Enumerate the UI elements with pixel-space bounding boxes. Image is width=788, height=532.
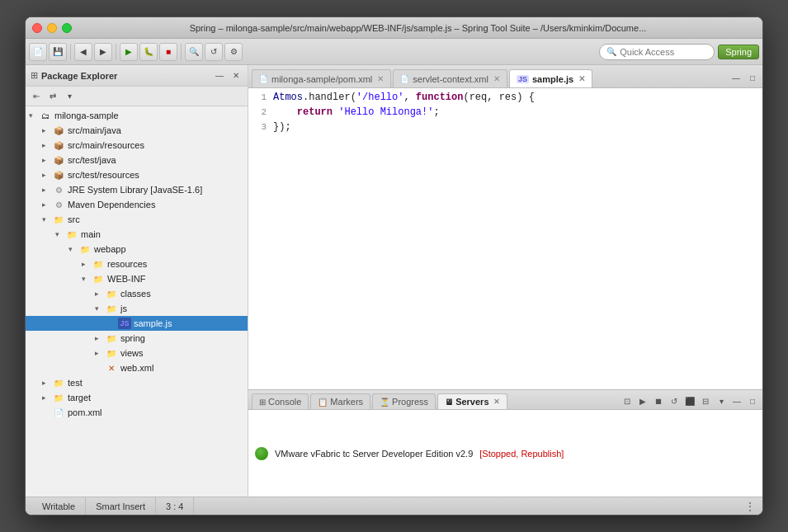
minimize-button[interactable] (47, 23, 57, 33)
quick-access-box[interactable]: 🔍 (599, 44, 715, 60)
tree-label: src/test/resources (68, 170, 139, 180)
close-button[interactable] (32, 23, 42, 33)
maximize-panel-button[interactable]: □ (746, 394, 759, 407)
tree-arrow: ▾ (55, 230, 65, 238)
js-tab-icon: JS (517, 75, 529, 83)
tree-item-src-test-resources[interactable]: ▸ 📦 src/test/resources (26, 167, 248, 182)
tab-progress[interactable]: ⏳ Progress (372, 393, 436, 409)
editor-tabs-right: — □ (729, 71, 759, 87)
xml-tab-icon: 📄 (259, 75, 268, 83)
tree-item-src-main-resources[interactable]: ▸ 📦 src/main/resources (26, 138, 248, 153)
folder-icon: 📁 (92, 258, 105, 270)
tree-item-webapp[interactable]: ▾ 📁 webapp (26, 242, 248, 257)
tree-item-main[interactable]: ▾ 📁 main (26, 227, 248, 242)
tree-item-test[interactable]: ▸ 📁 test (26, 375, 248, 390)
servers-toolbar-btn3[interactable]: ⏹ (652, 394, 665, 407)
collapse-all-button[interactable]: ⇤ (29, 89, 44, 104)
tree-item-jre[interactable]: ▸ ⚙ JRE System Library [JavaSE-1.6] (26, 182, 248, 197)
tree-item-spring[interactable]: ▸ 📁 spring (26, 331, 248, 346)
run-button[interactable]: ▶ (120, 43, 138, 61)
tree-item-maven[interactable]: ▸ ⚙ Maven Dependencies (26, 197, 248, 212)
tree-label: main (81, 229, 101, 239)
tab-label: sample.js (532, 74, 573, 84)
tree-item-milonga-sample[interactable]: ▾ 🗂 milonga-sample (26, 108, 248, 123)
panel-menu-button[interactable]: ▾ (62, 89, 77, 104)
servers-toolbar-btn4[interactable]: ↺ (668, 394, 681, 407)
tab-label: milonga-sample/pom.xml (271, 74, 372, 84)
main-area: ⊞ Package Explorer — ✕ ⇤ ⇄ ▾ ▾ 🗂 milonga… (26, 65, 762, 497)
tree-label: test (68, 378, 83, 388)
main-toolbar: 📄 💾 ◀ ▶ ▶ 🐛 ■ 🔍 ↺ ⚙ 🔍 Spring (26, 39, 762, 65)
tab-sample-js[interactable]: JS sample.js ✕ (509, 69, 592, 87)
project-icon: 🗂 (39, 110, 52, 121)
tree-label: sample.js (134, 318, 172, 328)
tree-item-src[interactable]: ▾ 📁 src (26, 212, 248, 227)
js-file-icon: JS (118, 318, 131, 329)
stop-button[interactable]: ■ (159, 43, 177, 61)
quick-access-input[interactable] (620, 47, 707, 57)
maximize-button[interactable] (62, 23, 72, 33)
tree-arrow: ▾ (42, 215, 52, 224)
back-button[interactable]: ◀ (74, 43, 92, 61)
servers-toolbar-btn1[interactable]: ⊡ (620, 394, 634, 407)
servers-toolbar-btn5[interactable]: ⬛ (683, 394, 696, 407)
toolbar-right: 🔍 Spring (599, 44, 759, 60)
tab-pom-xml[interactable]: 📄 milonga-sample/pom.xml ✕ (252, 69, 391, 87)
servers-toolbar-btn2[interactable]: ▶ (636, 394, 649, 407)
src-folder-icon: 📦 (52, 125, 65, 136)
save-button[interactable]: 💾 (49, 43, 67, 61)
tree-label: src/main/resources (68, 140, 144, 150)
tab-servers[interactable]: 🖥 Servers ✕ (437, 393, 507, 409)
tree-item-web-xml[interactable]: ✕ web.xml (26, 360, 248, 375)
tree-item-views[interactable]: ▸ 📁 views (26, 346, 248, 360)
servers-toolbar-btn6[interactable]: ⊟ (699, 394, 712, 407)
tree-item-webinf[interactable]: ▾ 📁 WEB-INF (26, 271, 248, 286)
tab-servlet-context[interactable]: 📄 servlet-context.xml ✕ (393, 69, 507, 87)
line-number: 2 (248, 107, 273, 117)
panel-minimize-button[interactable]: — (213, 69, 226, 82)
server-status: [Stopped, Republish] (479, 449, 564, 459)
code-editor[interactable]: 1 Atmos.handler('/hello', function(req, … (248, 88, 762, 389)
tab-close-button[interactable]: ✕ (377, 74, 384, 83)
servers-menu-button[interactable]: ▾ (715, 394, 728, 407)
new-button[interactable]: 📄 (29, 43, 47, 61)
debug-button[interactable]: 🐛 (139, 43, 158, 61)
refresh-button[interactable]: ↺ (205, 43, 223, 61)
tab-label: Servers (455, 397, 488, 407)
tree-item-resources[interactable]: ▸ 📁 resources (26, 257, 248, 271)
panel-close-button[interactable]: ✕ (229, 69, 243, 82)
code-line-3: 3 }); (248, 121, 762, 136)
folder-icon: 📁 (52, 214, 65, 225)
tree-item-target[interactable]: ▸ 📁 target (26, 390, 248, 405)
tab-close-button[interactable]: ✕ (578, 74, 585, 83)
server-name: VMware vFabric tc Server Developer Editi… (275, 449, 473, 459)
xml-file-icon: ✕ (105, 362, 118, 374)
status-more-button[interactable]: ⋮ (744, 500, 756, 513)
tree-item-sample-js[interactable]: JS sample.js (26, 316, 248, 331)
tab-close-icon[interactable]: ✕ (493, 398, 500, 406)
markers-icon: 📋 (318, 398, 328, 407)
tab-close-button[interactable]: ✕ (493, 74, 500, 83)
maximize-editor-button[interactable]: □ (746, 71, 759, 84)
minimize-editor-button[interactable]: — (729, 71, 743, 84)
tab-console[interactable]: ⊞ Console (252, 393, 309, 409)
search-button[interactable]: 🔍 (185, 43, 203, 61)
tree-label: Maven Dependencies (68, 200, 155, 210)
tab-label: servlet-context.xml (413, 74, 488, 84)
tree-item-pom-xml[interactable]: 📄 pom.xml (26, 405, 248, 420)
tree-label: resources (107, 259, 147, 269)
status-cursor: 3 : 4 (156, 497, 194, 515)
package-explorer-panel: ⊞ Package Explorer — ✕ ⇤ ⇄ ▾ ▾ 🗂 milonga… (26, 65, 248, 497)
minimize-panel-button[interactable]: — (730, 394, 743, 407)
settings-button[interactable]: ⚙ (224, 43, 243, 61)
tab-markers[interactable]: 📋 Markers (310, 393, 370, 409)
forward-button[interactable]: ▶ (94, 43, 112, 61)
tree-item-js-folder[interactable]: ▾ 📁 js (26, 301, 248, 316)
lib-icon: ⚙ (52, 184, 65, 195)
tree-item-classes[interactable]: ▸ 📁 classes (26, 286, 248, 301)
folder-icon: 📁 (105, 303, 118, 314)
tree-label: views (120, 348, 144, 358)
tree-item-src-main-java[interactable]: ▸ 📦 src/main/java (26, 123, 248, 138)
tree-item-src-test-java[interactable]: ▸ 📦 src/test/java (26, 153, 248, 167)
link-editor-button[interactable]: ⇄ (45, 89, 60, 104)
